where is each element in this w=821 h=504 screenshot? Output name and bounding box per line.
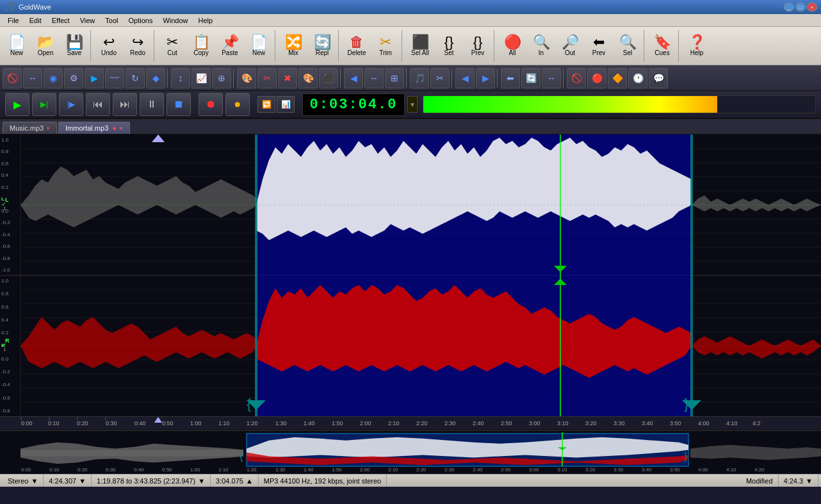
copy-button[interactable]: 📋 Copy xyxy=(187,29,215,63)
tb2-back2-btn[interactable]: ◀ xyxy=(455,68,475,88)
tab-music-close[interactable]: × xyxy=(46,125,50,132)
tb2-right-btn[interactable]: ↔ xyxy=(542,68,561,88)
play-sel-button[interactable]: ▶| xyxy=(32,93,56,116)
record-button[interactable]: ⏺ xyxy=(199,93,223,116)
status-selection-dropdown[interactable]: ▼ xyxy=(198,477,205,485)
tb2-stop2-btn[interactable]: 🚫 xyxy=(567,68,586,88)
tb2-color-btn[interactable]: 🎨 xyxy=(237,68,256,88)
cut-button[interactable]: ✂ Cut xyxy=(158,29,186,63)
zoomin-button[interactable]: 🔍 In xyxy=(527,29,555,63)
new-button[interactable]: 📄 New xyxy=(3,29,31,63)
svg-text:3:00: 3:00 xyxy=(529,420,541,427)
record-stop-button[interactable]: ⏺ xyxy=(225,93,250,116)
menu-edit[interactable]: Edit xyxy=(24,16,47,25)
menu-window[interactable]: Window xyxy=(158,16,193,25)
svg-text:}: } xyxy=(684,451,688,462)
menu-view[interactable]: View xyxy=(75,16,101,25)
tb2-red-btn[interactable]: 🔴 xyxy=(587,68,606,88)
replace-button[interactable]: 🔄 Repl xyxy=(308,29,336,63)
mix-button[interactable]: 🔀 Mix xyxy=(279,29,307,63)
tb2-msg-btn[interactable]: 💬 xyxy=(649,68,668,88)
tb2-orange-btn[interactable]: 🔶 xyxy=(608,68,627,88)
tb2-fade-btn[interactable]: 📈 xyxy=(191,68,211,88)
forward-button[interactable]: ⏭ xyxy=(113,93,137,116)
toolbar1: 📄 New 📂 Open 💾 Save ↩ Undo ↪ Redo ✂ Cut … xyxy=(0,27,821,65)
tb2-cut3-btn[interactable]: ✂ xyxy=(430,68,450,88)
status-file-time-cell: 4:24.3 ▼ xyxy=(779,475,818,487)
tb2-left-btn[interactable]: ◀ xyxy=(344,68,363,88)
zoomin-icon: 🔍 xyxy=(533,35,550,49)
paste-button[interactable]: 📌 Paste xyxy=(216,29,244,63)
tb2-wave-btn[interactable]: 〰 xyxy=(105,68,124,88)
menu-help[interactable]: Help xyxy=(193,16,218,25)
tb2-tool-btn[interactable]: ⚙ xyxy=(64,68,83,88)
play-cursor-button[interactable]: |▶ xyxy=(59,93,83,116)
waveform-main[interactable]: 1.00.80.60.40.2 L 0.0-0.2-0.4-0.6-0.8-1.… xyxy=(0,134,821,416)
delete-button[interactable]: 🗑 Delete xyxy=(343,29,371,63)
tb2-square-btn[interactable]: ⬛ xyxy=(319,68,338,88)
tb2-x-btn[interactable]: ✖ xyxy=(278,68,297,88)
play-button[interactable]: ▶ xyxy=(5,93,29,116)
tab-immortal-close[interactable]: × xyxy=(119,125,123,132)
svg-text:1:40: 1:40 xyxy=(304,420,315,427)
tb2-clock-btn[interactable]: 🕐 xyxy=(628,68,647,88)
selall-button[interactable]: ⬛ Sel All xyxy=(406,29,434,63)
new2-button[interactable]: 📄 New xyxy=(245,29,273,63)
maximize-button[interactable]: □ xyxy=(795,3,806,12)
menu-file[interactable]: File xyxy=(3,16,24,25)
waveform-svg[interactable]: L 1 R 1 ✓ ✓ { } xyxy=(0,134,821,416)
save-button[interactable]: 💾 Save xyxy=(60,29,88,63)
tb2-play-sel-btn[interactable]: ▶ xyxy=(85,68,104,88)
stop-button[interactable]: ⏹ xyxy=(167,93,191,116)
tb2-music-btn[interactable]: 🎵 xyxy=(410,68,429,88)
zoomout-button[interactable]: 🔎 Out xyxy=(556,29,584,63)
loop-icon[interactable]: 🔁 xyxy=(257,96,275,113)
status-mode-dropdown[interactable]: ▼ xyxy=(31,477,38,485)
all-button[interactable]: 🔴 All xyxy=(498,29,526,63)
tb2-refresh-btn[interactable]: 🔄 xyxy=(521,68,541,88)
tb2-color2-btn[interactable]: 🎨 xyxy=(298,68,318,88)
tb2-grid-btn[interactable]: ⊞ xyxy=(385,68,404,88)
help-button[interactable]: ❓ Help xyxy=(683,29,711,63)
svg-text:0:00: 0:00 xyxy=(21,420,33,427)
status-cursor-dropdown[interactable]: ▲ xyxy=(246,477,253,485)
tab-music[interactable]: Music.mp3 × xyxy=(3,122,57,134)
close-button[interactable]: × xyxy=(807,3,817,12)
set-button[interactable]: {} Set xyxy=(435,29,463,63)
tb2-vol-btn[interactable]: ↕ xyxy=(171,68,190,88)
svg-text:2:30: 2:30 xyxy=(444,467,455,473)
tb2-cut2-btn[interactable]: ✂ xyxy=(257,68,277,88)
cues-button[interactable]: 🔖 Cues xyxy=(648,29,676,63)
tb2-plus-btn[interactable]: ⊕ xyxy=(212,68,231,88)
prev-button[interactable]: {} Prev xyxy=(464,29,492,63)
svg-text:3:50: 3:50 xyxy=(670,467,680,473)
time-unit-btn[interactable]: ▼ xyxy=(407,96,418,113)
status-total-time-dropdown[interactable]: ▼ xyxy=(79,477,86,485)
trim-button[interactable]: ✂ Trim xyxy=(371,29,400,63)
minimize-button[interactable]: _ xyxy=(784,3,794,12)
waveform-mini[interactable]: 0:00 0:10 0:20 0:30 0:40 0:50 1:00 1:10 … xyxy=(0,430,821,474)
tb2-stop-btn[interactable]: 🚫 xyxy=(3,68,22,88)
pause-button[interactable]: ⏸ xyxy=(140,93,164,116)
tb2-fwd2-btn[interactable]: ▶ xyxy=(476,68,495,88)
open-button[interactable]: 📂 Open xyxy=(31,29,60,63)
rewind-button[interactable]: ⏮ xyxy=(86,93,110,116)
menu-tool[interactable]: Tool xyxy=(100,16,123,25)
menu-effect[interactable]: Effect xyxy=(47,16,75,25)
tb2-move-btn[interactable]: ↔ xyxy=(23,68,42,88)
tb2-left2-btn[interactable]: ⬅ xyxy=(501,68,520,88)
tb2-hor-btn[interactable]: ↔ xyxy=(364,68,384,88)
view-icon[interactable]: 📊 xyxy=(277,96,295,113)
undo-button[interactable]: ↩ Undo xyxy=(95,29,123,63)
status-file-time-dropdown[interactable]: ▼ xyxy=(806,477,813,485)
tab-immortal[interactable]: Immortal.mp3 ● × xyxy=(58,122,130,134)
zoomprev-button[interactable]: ⬅ Prev xyxy=(585,29,613,63)
tb2-loop-btn[interactable]: ↻ xyxy=(126,68,145,88)
zoomsel-button[interactable]: 🔍 Sel xyxy=(614,29,642,63)
tb2-diamond-btn[interactable]: ◆ xyxy=(146,68,165,88)
redo-button[interactable]: ↪ Redo xyxy=(124,29,152,63)
svg-text:0:20: 0:20 xyxy=(77,420,88,427)
menu-options[interactable]: Options xyxy=(123,16,158,25)
tb2-select-btn[interactable]: ◉ xyxy=(44,68,63,88)
tb-sep6 xyxy=(494,30,496,62)
